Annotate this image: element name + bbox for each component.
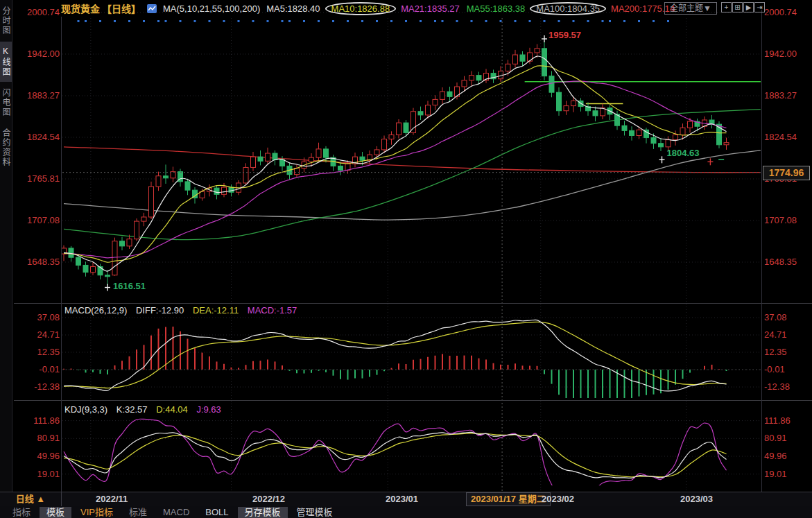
chart-type-sidebar: 分时图K线图闪电图合约资料	[0, 0, 12, 492]
macd-tick-left: 37.08	[15, 312, 60, 323]
crosshair-date-tag: 2023/01/17 星期二	[466, 492, 551, 506]
kdj-tick-left: 49.96	[15, 451, 60, 462]
chart-type-icon	[147, 4, 157, 13]
sidebar-item-3[interactable]: 闪电图	[0, 83, 12, 122]
price-tick-right: 1883.27	[764, 90, 810, 101]
macd-dea-value: DEA:-12.11	[193, 305, 239, 316]
tab-2[interactable]: 模板	[40, 507, 71, 518]
kdj-tick-right: 19.01	[764, 469, 810, 480]
kdj-header: KDJ(9,3,3) K:32.57 D:44.04 J:9.63	[64, 404, 227, 415]
macd-tick-left: -0.01	[15, 364, 60, 375]
legend-bar: 现货黄金 【日线】 MA(5,10,21,55,100,200) MA5:182…	[61, 0, 675, 17]
pan-tool-icon[interactable]: +	[721, 2, 732, 12]
kdj-tick-left: 19.01	[15, 469, 60, 480]
kdj-k-value: K:32.57	[116, 404, 148, 415]
tab-out-icon[interactable]: ⇥	[754, 2, 765, 12]
date-axis: 日线 ▲ 2022/112022/122023/012023/01/17 星期二…	[0, 492, 812, 507]
crosshair-price-tag: 1774.96	[763, 166, 810, 180]
price-tick-left: 1648.35	[15, 257, 60, 268]
macd-macd-value: MACD:-1.57	[248, 305, 297, 316]
date-label-3: 2023/01	[386, 493, 418, 506]
macd-tick-right: 12.35	[764, 347, 810, 358]
period-tag: 【日线】	[102, 1, 141, 15]
kdj-tick-right: 111.86	[764, 415, 810, 426]
ma-values: MA5:1828.40MA10:1826.88MA21:1835.27MA55:…	[266, 3, 675, 14]
macd-tick-left: 12.35	[15, 347, 60, 358]
kdj-j-value: J:9.63	[196, 404, 221, 415]
macd-diff-value: DIFF:-12.90	[136, 305, 184, 316]
macd-title: MACD(26,12,9)	[64, 305, 127, 316]
sidebar-item-4[interactable]: 合约资料	[0, 123, 12, 172]
sidebar-item-2[interactable]: K线图	[0, 42, 12, 82]
tab-8[interactable]: 管理模板	[290, 507, 340, 518]
tab-6[interactable]: BOLL	[198, 507, 235, 518]
swing-low-annotation: 1804.63	[667, 148, 700, 158]
high-annotation: 1959.57	[548, 30, 581, 40]
ma-settings-label: MA(5,10,21,55,100,200)	[163, 3, 260, 14]
date-label-5: 2023/02	[542, 493, 574, 506]
tab-4[interactable]: 标准	[122, 507, 154, 518]
kdj-tick-left: 80.91	[15, 433, 60, 444]
macd-tick-right: -12.38	[764, 381, 810, 392]
price-tick-left: 1824.54	[15, 132, 60, 143]
period-selector[interactable]: 日线 ▲	[0, 492, 62, 506]
price-tick-left: 1942.00	[15, 49, 60, 60]
symbol-name: 现货黄金	[61, 1, 100, 15]
macd-tick-left: 24.71	[15, 329, 60, 340]
ma-value-1: MA5:1828.40	[266, 3, 320, 14]
price-tick-left: 2000.74	[15, 7, 60, 18]
price-tick-left: 1883.27	[15, 90, 60, 101]
tab-5[interactable]: MACD	[156, 507, 196, 518]
price-tick-right: 1824.54	[764, 132, 810, 143]
ma-value-2: MA10:1826.88	[325, 2, 397, 15]
tab-3[interactable]: VIP指标	[74, 507, 120, 518]
price-tick-right: 1707.08	[764, 215, 810, 226]
date-label-6: 2023/03	[680, 493, 713, 506]
macd-tick-right: 24.71	[764, 329, 810, 340]
price-tick-left: 1707.08	[15, 215, 60, 226]
play-panel-icon[interactable]: ▶	[743, 2, 754, 12]
low-annotation: 1616.51	[113, 281, 146, 291]
macd-tick-left: -12.38	[15, 381, 60, 392]
tab-7[interactable]: 另存模板	[238, 507, 288, 518]
macd-tick-right: 37.08	[764, 312, 810, 323]
kdj-title: KDJ(9,3,3)	[64, 404, 107, 415]
kdj-d-value: D:44.04	[156, 404, 188, 415]
chart-canvas[interactable]	[0, 0, 812, 518]
tab-1[interactable]: 指标	[6, 507, 37, 518]
date-label-1: 2022/11	[96, 493, 128, 506]
price-tick-right: 2000.74	[764, 7, 810, 18]
bottom-tab-bar: 指标模板VIP指标标准MACDBOLL另存模板管理模板	[0, 506, 812, 518]
kdj-tick-right: 80.91	[764, 433, 810, 444]
sidebar-item-1[interactable]: 分时图	[0, 1, 12, 40]
price-tick-right: 1942.00	[764, 49, 810, 60]
price-tick-left: 1765.81	[15, 173, 60, 184]
ma-value-5: MA100:1804.35	[530, 2, 606, 15]
macd-tick-right: -0.01	[764, 364, 810, 375]
ma-value-3: MA21:1835.27	[401, 3, 460, 14]
date-label-2: 2022/12	[252, 493, 285, 506]
theme-dropdown-button[interactable]: 全部主题▼	[664, 2, 717, 15]
split-layout-icon[interactable]: ⊞	[732, 2, 743, 12]
ma-value-4: MA55:1863.38	[467, 3, 526, 14]
kdj-tick-left: 111.86	[15, 415, 60, 426]
macd-header: MACD(26,12,9) DIFF:-12.90 DEA:-12.11 MAC…	[64, 305, 303, 316]
kline-chart-app: 分时图K线图闪电图合约资料 现货黄金 【日线】 MA(5,10,21,55,10…	[0, 0, 812, 518]
price-tick-right: 1648.35	[764, 257, 810, 268]
kdj-tick-right: 49.96	[764, 451, 810, 462]
